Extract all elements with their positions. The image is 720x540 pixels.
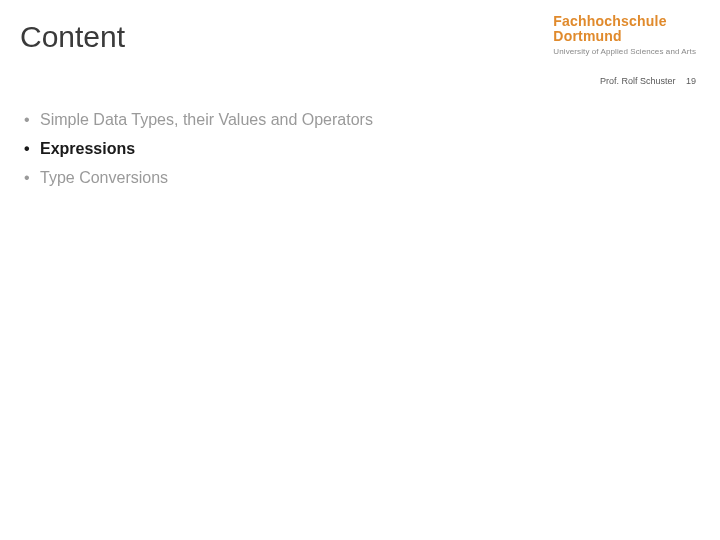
logo-subtitle: University of Applied Sciences and Arts: [553, 47, 696, 56]
page-number: 19: [686, 76, 696, 86]
page-title: Content: [20, 20, 125, 54]
bullet-icon: •: [24, 166, 40, 191]
logo-line2: Dortmund: [553, 29, 696, 44]
institution-logo: Fachhochschule Dortmund University of Ap…: [553, 14, 696, 56]
bullet-icon: •: [24, 108, 40, 133]
content-list: • Simple Data Types, their Values and Op…: [24, 108, 373, 194]
list-item: • Simple Data Types, their Values and Op…: [24, 108, 373, 133]
slide: Content Fachhochschule Dortmund Universi…: [0, 0, 720, 540]
list-item-label: Expressions: [40, 137, 135, 162]
bullet-icon: •: [24, 137, 40, 162]
list-item: • Expressions: [24, 137, 373, 162]
list-item-label: Simple Data Types, their Values and Oper…: [40, 108, 373, 133]
list-item-label: Type Conversions: [40, 166, 168, 191]
logo-line1: Fachhochschule: [553, 14, 696, 29]
list-item: • Type Conversions: [24, 166, 373, 191]
author-name: Prof. Rolf Schuster: [600, 76, 676, 86]
slide-meta: Prof. Rolf Schuster 19: [600, 76, 696, 86]
